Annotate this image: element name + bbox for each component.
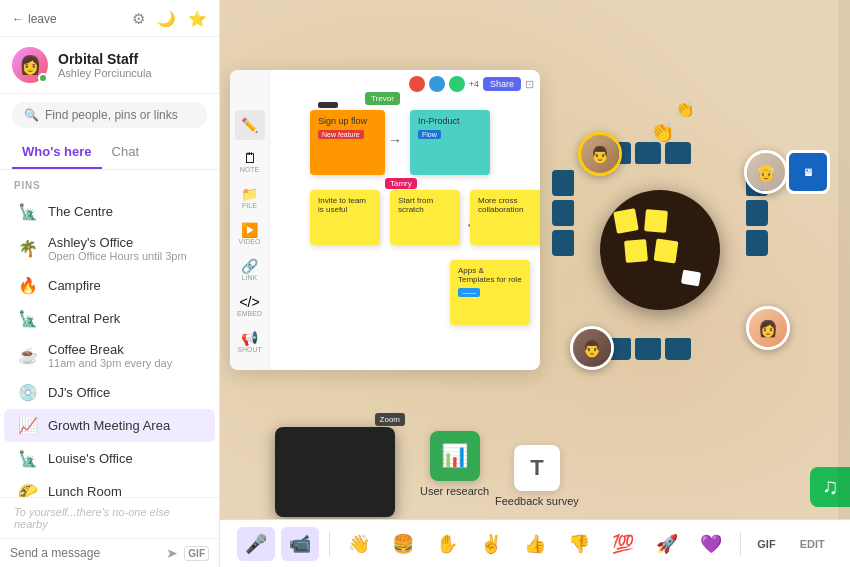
moon-icon[interactable]: 🌙: [157, 10, 176, 28]
sticky-note-in-product[interactable]: In-Product Flow: [410, 110, 490, 175]
pin-item-lunch-room[interactable]: 🌮 Lunch Room: [4, 475, 215, 497]
pin-name: Central Perk: [48, 311, 201, 326]
file-tool[interactable]: 📁 FILE: [235, 182, 265, 212]
pin-text: Coffee Break 11am and 3pm every day: [48, 342, 201, 369]
toolbar-divider-1: [329, 532, 330, 556]
pin-name: Ashley's Office: [48, 235, 201, 250]
scroll-indicator[interactable]: [838, 0, 850, 519]
sticky-note-signup-flow[interactable]: Sign up flow New feature: [310, 110, 385, 175]
settings-icon[interactable]: ⚙: [132, 10, 145, 28]
ashleys-office-icon: 🌴: [18, 239, 38, 258]
sticky-note-collaboration[interactable]: More cross collaboration: [470, 190, 540, 245]
camera-button[interactable]: 📹: [281, 527, 319, 561]
feedback-survey-label: Feedback survey: [495, 495, 579, 507]
sticky-text: Invite to team is useful: [318, 196, 366, 214]
gif-button[interactable]: GIF: [184, 546, 209, 561]
thumbsup-button[interactable]: 👍: [516, 527, 554, 561]
thumbsdown-button[interactable]: 👎: [560, 527, 598, 561]
flow-arrow: →: [388, 132, 402, 148]
search-bar[interactable]: 🔍: [12, 102, 207, 128]
whiteboard-close-icon[interactable]: ⊡: [525, 78, 534, 91]
pin-item-the-centre[interactable]: 🗽 The Centre: [4, 195, 215, 228]
whiteboard-content: +4 Share ⊡ Trevor Sign up flow New featu…: [270, 70, 540, 370]
peace-button[interactable]: ✌️: [472, 527, 510, 561]
pin-item-growth-meeting-area[interactable]: 📈 Growth Meeting Area: [4, 409, 215, 442]
djs-office-icon: 💿: [18, 383, 38, 402]
star-icon[interactable]: ⭐: [188, 10, 207, 28]
person-face-3: 👩: [749, 309, 787, 347]
wave-button[interactable]: 👋: [340, 527, 378, 561]
sticky-note-start-scratch[interactable]: Start from scratch: [390, 190, 460, 245]
heart-button[interactable]: 💜: [692, 527, 730, 561]
toolbar-divider-2: [740, 532, 741, 556]
chair-right-bot: [746, 230, 768, 256]
whiteboard[interactable]: ✏️ 🗒 NOTE 📁 FILE ▶️ VIDEO 🔗 LINK </> EMB…: [230, 70, 540, 370]
emoji-reaction-clap-2: 👏: [675, 100, 695, 119]
shout-tool[interactable]: 📢 SHOUT: [235, 326, 265, 356]
pin-text: Ashley's Office Open Office Hours until …: [48, 235, 201, 262]
link-tool[interactable]: 🔗 LINK: [235, 254, 265, 284]
send-button[interactable]: ➤: [166, 545, 178, 561]
chair-left-top: [552, 170, 574, 196]
pin-name: The Centre: [48, 204, 201, 219]
burger-icon: 🍔: [392, 533, 414, 555]
note-tool-label: NOTE: [240, 166, 259, 173]
nearby-status: To yourself...there's no-one else nearby: [0, 497, 219, 538]
pin-item-central-perk[interactable]: 🗽 Central Perk: [4, 302, 215, 335]
peace-icon: ✌️: [480, 533, 502, 555]
share-button[interactable]: Share: [483, 77, 521, 91]
pin-text: DJ's Office: [48, 385, 201, 400]
chair-top-right: [665, 142, 691, 164]
growth-meeting-icon: 📈: [18, 416, 38, 435]
pin-item-ashleys-office[interactable]: 🌴 Ashley's Office Open Office Hours unti…: [4, 228, 215, 269]
table-paper: [681, 270, 701, 287]
pin-text: Campfire: [48, 278, 201, 293]
wave-icon: 👋: [348, 533, 370, 555]
wb-user-avatar-1: [409, 76, 425, 92]
pin-item-djs-office[interactable]: 💿 DJ's Office: [4, 376, 215, 409]
draw-icon: ✏️: [241, 117, 258, 133]
note-tool[interactable]: 🗒 NOTE: [235, 146, 265, 176]
user-research-label: User research: [420, 485, 489, 497]
hand-icon: ✋: [436, 533, 458, 555]
sidebar-header: ← leave ⚙ 🌙 ⭐: [0, 0, 219, 37]
embed-tool[interactable]: </> EMBED: [235, 290, 265, 320]
pin-item-campfire[interactable]: 🔥 Campfire: [4, 269, 215, 302]
back-button[interactable]: ← leave: [12, 12, 57, 26]
table-sticky-2: [644, 209, 668, 233]
feedback-letter: T: [530, 455, 543, 481]
pin-item-coffee-break[interactable]: ☕ Coffee Break 11am and 3pm every day: [4, 335, 215, 376]
pin-name: Lunch Room: [48, 484, 201, 497]
file-chart-icon: 📊: [441, 443, 468, 469]
sidebar: ← leave ⚙ 🌙 ⭐ 👩 Orbital Staff Ashley Por…: [0, 0, 220, 567]
edit-toolbar-button[interactable]: EDIT: [792, 534, 833, 554]
sticky-note-templates[interactable]: Apps & Templates for role ——: [450, 260, 530, 325]
rocket-button[interactable]: 🚀: [648, 527, 686, 561]
tamry-tag: Tamry: [385, 178, 417, 189]
file-icon: 📁: [241, 186, 258, 202]
hand-button[interactable]: ✋: [428, 527, 466, 561]
search-input[interactable]: [45, 108, 195, 122]
mic-button[interactable]: 🎤: [237, 527, 275, 561]
trevor-tag: Trevor: [365, 92, 400, 105]
tab-chat[interactable]: Chat: [102, 136, 149, 169]
camera-icon: 📹: [289, 533, 311, 555]
gif-toolbar-button[interactable]: GIF: [751, 534, 781, 554]
pin-name: Campfire: [48, 278, 201, 293]
draw-tool[interactable]: ✏️: [235, 110, 265, 140]
user-research-file[interactable]: 📊 User research: [420, 431, 489, 497]
feedback-survey-file[interactable]: T Feedback survey: [495, 445, 579, 507]
pin-item-louises-office[interactable]: 🗽 Louise's Office: [4, 442, 215, 475]
link-icon: 🔗: [241, 258, 258, 274]
pin-sub: 11am and 3pm every day: [48, 357, 201, 369]
tab-whos-here[interactable]: Who's here: [12, 136, 102, 169]
main-canvas: ✏️ 🗒 NOTE 📁 FILE ▶️ VIDEO 🔗 LINK </> EMB…: [220, 0, 850, 567]
message-input[interactable]: [10, 546, 160, 560]
burger-button[interactable]: 🍔: [384, 527, 422, 561]
video-tool[interactable]: ▶️ VIDEO: [235, 218, 265, 248]
hundred-button[interactable]: 💯: [604, 527, 642, 561]
avatar: 👩: [12, 47, 48, 83]
sticky-note-invite[interactable]: Invite to team is useful: [310, 190, 380, 245]
whiteboard-left-tools: ✏️ 🗒 NOTE 📁 FILE ▶️ VIDEO 🔗 LINK </> EMB…: [230, 70, 270, 370]
sticky-text: In-Product: [418, 116, 460, 126]
